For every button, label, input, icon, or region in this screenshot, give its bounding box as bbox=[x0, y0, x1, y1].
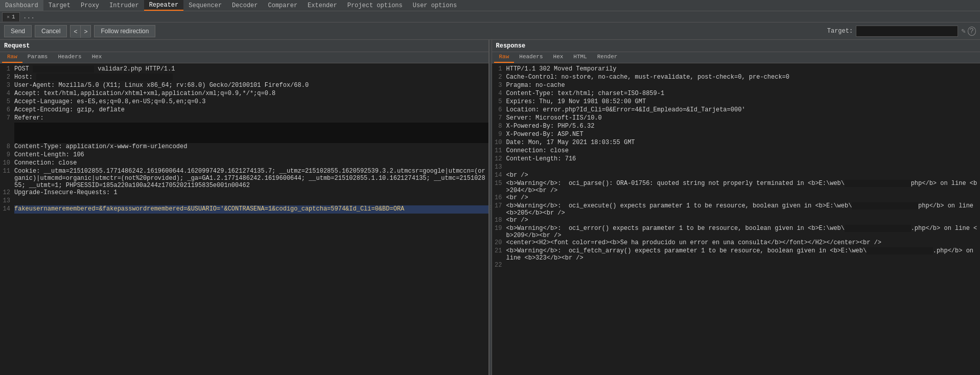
request-line: 4 Accept: text/html,application/xhtml+xm… bbox=[0, 90, 488, 98]
response-panel: Response Raw Headers Hex HTML Render 1 H… bbox=[492, 40, 981, 375]
menu-item-decoder[interactable]: Decoder bbox=[227, 0, 263, 11]
request-tab-params[interactable]: Params bbox=[22, 52, 53, 63]
response-line: 1 HTTP/1.1 302 Moved Temporarily bbox=[492, 65, 981, 74]
menu-item-proxy[interactable]: Proxy bbox=[76, 0, 104, 11]
request-line: 6 Accept-Encoding: gzip, deflate bbox=[0, 106, 488, 114]
response-tab-raw[interactable]: Raw bbox=[494, 52, 515, 63]
cancel-button[interactable]: Cancel bbox=[35, 25, 67, 37]
nav-buttons: < > bbox=[70, 25, 91, 37]
tab-close-icon[interactable]: ✕ bbox=[7, 14, 10, 20]
menu-item-user-options[interactable]: User options bbox=[408, 0, 462, 11]
response-line: 2 Cache-Control: no-store, no-cache, mus… bbox=[492, 74, 981, 82]
menu-item-comparer[interactable]: Comparer bbox=[263, 0, 303, 11]
response-line: 5 Expires: Thu, 19 Nov 1981 08:52:00 GMT bbox=[492, 98, 981, 106]
menu-item-project-options[interactable]: Project options bbox=[342, 0, 408, 11]
request-line: 5 Accept-Language: es-ES,es;q=0.8,en-US;… bbox=[0, 98, 488, 106]
menu-item-dashboard[interactable]: Dashboard bbox=[0, 0, 43, 11]
toolbar: Send Cancel < > Follow redirection Targe… bbox=[0, 22, 980, 40]
response-tabs: Raw Headers Hex HTML Render bbox=[492, 52, 981, 63]
response-line: 6 Location: error.php?Id_Cli=0&Error=4&I… bbox=[492, 106, 981, 114]
menu-bar: Dashboard Target Proxy Intruder Repeater… bbox=[0, 0, 980, 11]
request-tab-headers[interactable]: Headers bbox=[53, 52, 86, 63]
response-line: 22 bbox=[492, 262, 981, 270]
response-line: 20 <center><H2><font color=red><b>Se ha … bbox=[492, 239, 981, 247]
response-line: 7 Server: Microsoft-IIS/10.0 bbox=[492, 114, 981, 123]
response-tab-html[interactable]: HTML bbox=[568, 52, 592, 63]
request-line: 8 Content-Type: application/x-www-form-u… bbox=[0, 143, 488, 151]
request-line: 7 Referer: bbox=[0, 114, 488, 123]
forward-button[interactable]: > bbox=[81, 26, 90, 38]
response-line: 4 Content-Type: text/html; charset=ISO-8… bbox=[492, 90, 981, 98]
edit-icon[interactable]: ✎ bbox=[961, 27, 965, 35]
response-line: 18 <br /> bbox=[492, 217, 981, 225]
tab-bar: ✕ 1 ... bbox=[0, 11, 980, 22]
request-header: Request bbox=[0, 40, 488, 52]
response-header: Response bbox=[492, 40, 981, 52]
menu-item-target[interactable]: Target bbox=[43, 0, 76, 11]
send-button[interactable]: Send bbox=[4, 25, 32, 37]
response-line: 21 <b>Warning</b>: oci_fetch_array() exp… bbox=[492, 247, 981, 262]
request-line: 9 Content-Length: 106 bbox=[0, 151, 488, 159]
target-section: Target: ✎ ? bbox=[827, 26, 976, 37]
request-line: 3 User-Agent: Mozilla/5.0 (X11; Linux x8… bbox=[0, 82, 488, 90]
request-line-highlighted: 14 fakeusernameremembered=&fakepasswordr… bbox=[0, 205, 488, 214]
request-line: 10 Connection: close bbox=[0, 159, 488, 168]
response-line: 16 <br /> bbox=[492, 194, 981, 202]
request-tab-raw[interactable]: Raw bbox=[2, 52, 22, 63]
target-input[interactable] bbox=[856, 26, 958, 37]
follow-redirect-button[interactable]: Follow redirection bbox=[94, 25, 155, 37]
request-line: 2 Host: bbox=[0, 74, 488, 82]
tab-1[interactable]: ✕ 1 bbox=[2, 12, 20, 21]
request-line: 13 bbox=[0, 197, 488, 205]
request-line-blank bbox=[0, 123, 488, 143]
main-area: Request Raw Params Headers Hex 1 POST va… bbox=[0, 40, 980, 375]
response-line: 14 <br /> bbox=[492, 172, 981, 180]
target-action-icons: ✎ ? bbox=[961, 27, 976, 36]
request-tab-hex[interactable]: Hex bbox=[87, 52, 107, 63]
tab-label: 1 bbox=[12, 14, 15, 20]
response-line: 15 <b>Warning</b>: oci_parse(): ORA-0175… bbox=[492, 180, 981, 194]
response-line: 19 <b>Warning</b>: oci_error() expects p… bbox=[492, 225, 981, 239]
response-line: 13 bbox=[492, 163, 981, 172]
response-line: 8 X-Powered-By: PHP/5.6.32 bbox=[492, 123, 981, 131]
request-panel: Request Raw Params Headers Hex 1 POST va… bbox=[0, 40, 489, 375]
help-icon[interactable]: ? bbox=[968, 27, 976, 36]
response-line: 10 Date: Mon, 17 May 2021 18:03:55 GMT bbox=[492, 139, 981, 147]
menu-item-sequencer[interactable]: Sequencer bbox=[183, 0, 227, 11]
menu-item-extender[interactable]: Extender bbox=[302, 0, 342, 11]
request-tabs: Raw Params Headers Hex bbox=[0, 52, 488, 63]
response-line: 12 Content-Length: 716 bbox=[492, 155, 981, 163]
tab-more-button[interactable]: ... bbox=[20, 12, 38, 21]
target-label-text: Target: bbox=[827, 28, 853, 35]
response-line: 11 Connection: close bbox=[492, 147, 981, 155]
response-line: 17 <b>Warning</b>: oci_execute() expects… bbox=[492, 202, 981, 217]
request-line: 12 Upgrade-Insecure-Requests: 1 bbox=[0, 189, 488, 197]
response-tab-headers[interactable]: Headers bbox=[514, 52, 548, 63]
response-tab-render[interactable]: Render bbox=[592, 52, 623, 63]
response-content[interactable]: 1 HTTP/1.1 302 Moved Temporarily 2 Cache… bbox=[492, 63, 981, 375]
menu-item-intruder[interactable]: Intruder bbox=[104, 0, 144, 11]
request-line: 1 POST validar2.php HTTP/1.1 bbox=[0, 65, 488, 74]
menu-item-repeater[interactable]: Repeater bbox=[144, 0, 184, 11]
request-content[interactable]: 1 POST validar2.php HTTP/1.1 2 Host: 3 U… bbox=[0, 63, 488, 375]
response-tab-hex[interactable]: Hex bbox=[548, 52, 569, 63]
response-line: 3 Pragma: no-cache bbox=[492, 82, 981, 90]
request-line: 11 Cookie: __utma=215102855.1771486242.1… bbox=[0, 168, 488, 189]
back-button[interactable]: < bbox=[71, 26, 81, 38]
response-line: 9 X-Powered-By: ASP.NET bbox=[492, 131, 981, 139]
